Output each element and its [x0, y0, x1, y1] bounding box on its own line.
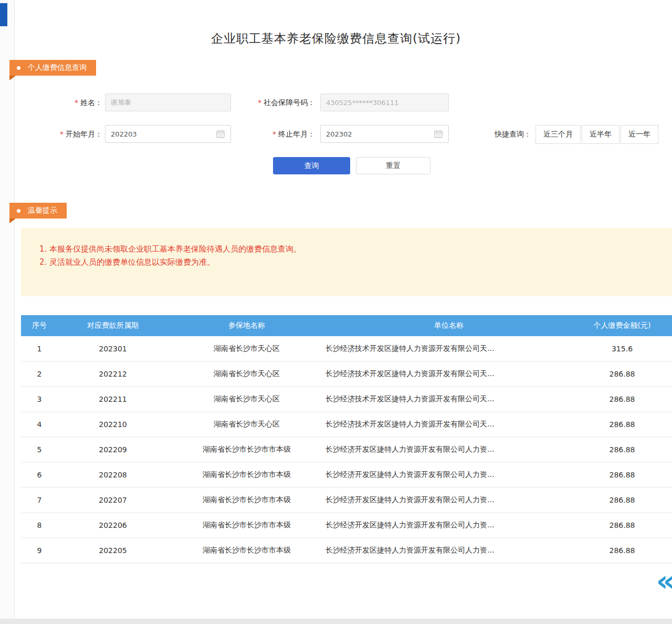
cell-seq: 8	[21, 513, 58, 538]
ribbon-fold	[9, 76, 16, 80]
cell-period: 202210	[58, 412, 168, 437]
cell-insured-place: 湖南省长沙市长沙市市本级	[168, 437, 326, 462]
column-header-seq: 序号	[21, 315, 58, 336]
cell-seq: 2	[21, 361, 58, 387]
sidebar-collapsed-tab[interactable]	[0, 3, 7, 26]
table-row: 8 202206 湖南省长沙市长沙市市本级 长沙经济开发区捷特人力资源开发有限公…	[21, 513, 672, 538]
start-date-label: *开始年月：	[32, 130, 102, 139]
cell-employer: 长沙经济开发区捷特人力资源开发有限公司人力资...	[326, 538, 572, 563]
cell-period: 202212	[58, 361, 168, 387]
payment-records-table: 序号 对应费款所属期 参保地名称 单位名称 个人缴费金额(元) 1 202301…	[21, 315, 672, 564]
cell-period: 202207	[58, 487, 168, 513]
column-header-amount: 个人缴费金额(元)	[572, 315, 672, 336]
table-row: 2 202212 湖南省长沙市天心区 长沙经济技术开发区捷特人力资源开发有限公司…	[21, 361, 672, 387]
quick-last-year-button[interactable]: 近一年	[621, 125, 658, 144]
cell-amount: 286.88	[572, 412, 672, 437]
section-badge-label: 温馨提示	[28, 206, 57, 215]
left-rail	[0, 0, 15, 619]
cell-employer: 长沙经济技术开发区捷特人力资源开发有限公司天...	[326, 336, 572, 361]
cell-insured-place: 湖南省长沙市天心区	[168, 387, 326, 412]
name-label: *姓名：	[32, 98, 102, 108]
cell-period: 202206	[58, 513, 168, 538]
calendar-icon[interactable]	[434, 130, 443, 138]
quick-last-3-months-button[interactable]: 近三个月	[536, 125, 581, 144]
section-badge-tips: 温馨提示	[9, 203, 67, 219]
cell-insured-place: 湖南省长沙市天心区	[168, 361, 326, 387]
cell-employer: 长沙经济技术开发区捷特人力资源开发有限公司天...	[326, 387, 572, 412]
query-button[interactable]: 查询	[273, 157, 350, 174]
column-header-period: 对应费款所属期	[58, 315, 168, 336]
cell-amount: 286.88	[572, 487, 672, 513]
cell-seq: 9	[21, 538, 58, 563]
page: 企业职工基本养老保险缴费信息查询(试运行) 个人缴费信息查询 *姓名： *社会保…	[0, 0, 672, 624]
table-row: 9 202205 湖南省长沙市长沙市市本级 长沙经济开发区捷特人力资源开发有限公…	[21, 538, 672, 563]
ribbon-fold	[9, 219, 16, 223]
cell-period: 202208	[58, 462, 168, 487]
required-asterisk: *	[272, 130, 276, 138]
ssn-label: *社会保障号码：	[235, 98, 315, 108]
table-row: 5 202209 湖南省长沙市长沙市市本级 长沙经济开发区捷特人力资源开发有限公…	[21, 437, 672, 462]
quick-query-label: 快捷查询：	[479, 130, 531, 139]
cell-insured-place: 湖南省长沙市长沙市市本级	[168, 462, 326, 487]
bottom-scrollbar-track[interactable]	[0, 619, 672, 624]
cell-amount: 286.88	[572, 361, 672, 387]
cell-period: 202301	[58, 336, 168, 361]
section-badge-label: 个人缴费信息查询	[28, 63, 87, 72]
reset-button[interactable]: 重置	[356, 157, 430, 174]
cell-insured-place: 湖南省长沙市长沙市市本级	[168, 538, 326, 563]
cell-employer: 长沙经济开发区捷特人力资源开发有限公司人力资...	[326, 513, 572, 538]
table-row: 3 202211 湖南省长沙市天心区 长沙经济技术开发区捷特人力资源开发有限公司…	[21, 387, 672, 412]
cell-insured-place: 湖南省长沙市长沙市市本级	[168, 513, 326, 538]
required-asterisk: *	[75, 98, 78, 107]
end-date-label: *终止年月：	[235, 130, 315, 139]
cell-amount: 286.88	[572, 538, 672, 563]
cell-amount: 286.88	[572, 387, 672, 412]
chevron-double-left-icon[interactable]: «	[656, 566, 672, 596]
table-row: 6 202208 湖南省长沙市长沙市市本级 长沙经济开发区捷特人力资源开发有限公…	[21, 462, 672, 487]
quick-query-group: 近三个月 近半年 近一年	[536, 125, 658, 144]
cell-employer: 长沙经济技术开发区捷特人力资源开发有限公司天...	[326, 412, 572, 437]
table-row: 1 202301 湖南省长沙市天心区 长沙经济技术开发区捷特人力资源开发有限公司…	[21, 336, 672, 361]
table-header-row: 序号 对应费款所属期 参保地名称 单位名称 个人缴费金额(元)	[21, 315, 672, 336]
cell-seq: 4	[21, 412, 58, 437]
cell-period: 202205	[58, 538, 168, 563]
section-badge-personal-payment-query: 个人缴费信息查询	[9, 60, 96, 76]
cell-period: 202211	[58, 387, 168, 412]
cell-seq: 3	[21, 387, 58, 412]
cell-seq: 6	[21, 462, 58, 487]
required-asterisk: *	[258, 98, 261, 107]
tip-line: 2. 灵活就业人员的缴费单位信息以实际缴费为准。	[39, 256, 662, 269]
bullet-dot-icon	[17, 209, 20, 213]
column-header-employer: 单位名称	[326, 315, 572, 336]
cell-employer: 长沙经济开发区捷特人力资源开发有限公司人力资...	[326, 462, 572, 487]
end-date-field[interactable]	[320, 125, 449, 143]
cell-insured-place: 湖南省长沙市天心区	[168, 336, 326, 361]
cell-employer: 长沙经济技术开发区捷特人力资源开发有限公司天...	[326, 361, 572, 387]
page-title: 企业职工基本养老保险缴费信息查询(试运行)	[0, 30, 672, 47]
start-date-field[interactable]	[105, 125, 231, 143]
cell-period: 202209	[58, 437, 168, 462]
tip-line: 1. 本服务仅提供尚未领取企业职工基本养老保险待遇人员的缴费信息查询。	[39, 243, 662, 256]
cell-seq: 1	[21, 336, 58, 361]
cell-amount: 286.88	[572, 513, 672, 538]
cell-insured-place: 湖南省长沙市天心区	[168, 412, 326, 437]
cell-amount: 315.6	[572, 336, 672, 361]
name-field[interactable]	[105, 93, 231, 111]
quick-last-half-year-button[interactable]: 近半年	[582, 125, 620, 144]
cell-amount: 286.88	[572, 462, 672, 487]
tips-notice-box: 1. 本服务仅提供尚未领取企业职工基本养老保险待遇人员的缴费信息查询。 2. 灵…	[21, 228, 672, 296]
calendar-icon[interactable]	[216, 130, 225, 138]
cell-employer: 长沙经济开发区捷特人力资源开发有限公司人力资...	[326, 437, 572, 462]
cell-amount: 286.88	[572, 437, 672, 462]
bullet-dot-icon	[17, 66, 20, 70]
ssn-field[interactable]	[320, 93, 449, 111]
cell-seq: 5	[21, 437, 58, 462]
cell-insured-place: 湖南省长沙市长沙市市本级	[168, 487, 326, 513]
cell-employer: 长沙经济开发区捷特人力资源开发有限公司人力资...	[326, 487, 572, 513]
column-header-insured-place: 参保地名称	[168, 315, 326, 336]
table-row: 4 202210 湖南省长沙市天心区 长沙经济技术开发区捷特人力资源开发有限公司…	[21, 412, 672, 437]
required-asterisk: *	[60, 130, 64, 138]
cell-seq: 7	[21, 487, 58, 513]
table-row: 7 202207 湖南省长沙市长沙市市本级 长沙经济开发区捷特人力资源开发有限公…	[21, 487, 672, 513]
